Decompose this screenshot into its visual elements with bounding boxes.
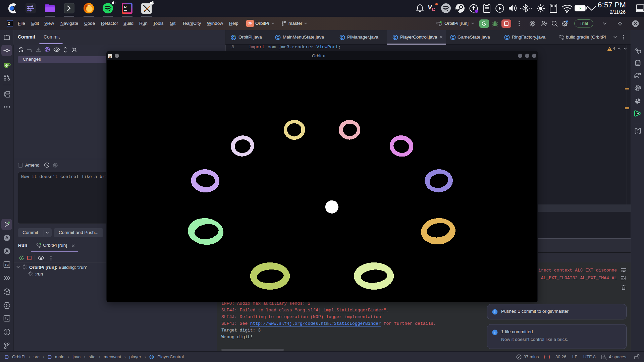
svg-text:C: C: [394, 36, 397, 40]
svg-text:C: C: [506, 36, 508, 40]
svg-text:C: C: [341, 36, 344, 40]
svg-text:C: C: [151, 355, 153, 359]
svg-text:IJ: IJ: [124, 5, 127, 8]
svg-text:C: C: [277, 36, 279, 40]
svg-text:C: C: [452, 36, 454, 40]
svg-text:TC: TC: [5, 263, 9, 266]
svg-text:IJ: IJ: [8, 21, 10, 24]
